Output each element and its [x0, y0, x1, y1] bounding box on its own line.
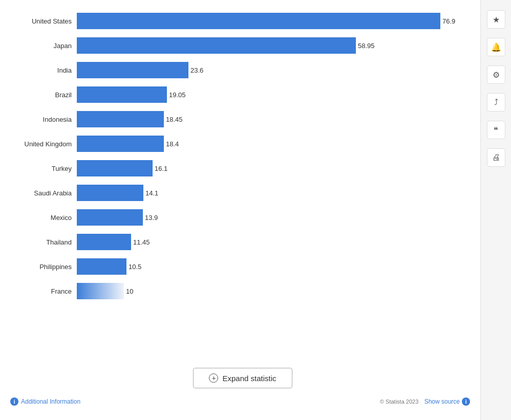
bar-wrapper: 10.5 [77, 258, 465, 275]
print-button[interactable]: 🖨 [487, 148, 505, 167]
bar-row: United Kingdom18.4 [10, 133, 465, 154]
bar-wrapper: 76.9 [77, 13, 465, 29]
source-info-icon: i [462, 397, 470, 406]
country-label: Japan [10, 42, 77, 50]
bar-row: Saudi Arabia14.1 [10, 182, 465, 204]
bar: 11.45 [77, 234, 131, 250]
bar-wrapper: 23.6 [77, 62, 465, 78]
bar: 19.05 [77, 86, 167, 103]
country-label: Mexico [10, 214, 77, 222]
bar-row: India23.6 [10, 59, 465, 81]
bar: 10.5 [77, 258, 126, 275]
footer-bar: i Additional Information © Statista 2023… [10, 393, 475, 410]
bar-value-label: 23.6 [190, 67, 203, 74]
bar-wrapper: 18.45 [77, 111, 465, 127]
bar-value-label: 19.05 [169, 91, 186, 99]
bar-row: Brazil19.05 [10, 84, 465, 105]
bar: 13.9 [77, 209, 143, 226]
bar-value-label: 58.95 [358, 42, 375, 50]
country-label: Philippines [10, 263, 77, 271]
bar-value-label: 10 [126, 288, 133, 295]
additional-info-link[interactable]: i Additional Information [10, 397, 80, 406]
bar: 23.6 [77, 62, 188, 78]
bar: 18.4 [77, 136, 164, 152]
bar-row: Turkey16.1 [10, 158, 465, 179]
gear-button[interactable]: ⚙ [487, 65, 505, 84]
country-label: Saudi Arabia [10, 189, 77, 197]
show-source-link[interactable]: Show source [424, 398, 460, 405]
bar-value-label: 18.45 [166, 116, 183, 123]
bar-wrapper: 58.95 [77, 37, 465, 54]
bar-value-label: 14.1 [145, 189, 158, 197]
bar-chart: United States76.9Japan58.95India23.6Braz… [10, 10, 475, 352]
additional-info-label: Additional Information [21, 398, 80, 405]
bar-row: Mexico13.9 [10, 207, 465, 228]
main-container: United States76.9Japan58.95India23.6Braz… [0, 0, 511, 420]
country-label: India [10, 67, 77, 74]
bar-wrapper: 19.05 [77, 86, 465, 103]
sidebar: ★ 🔔 ⚙ ⤴ ❝ 🖨 [480, 0, 511, 420]
footer-right: © Statista 2023 Show source i [380, 397, 470, 406]
country-label: United States [10, 17, 77, 25]
share-button[interactable]: ⤴ [487, 93, 505, 112]
bar-wrapper: 14.1 [77, 185, 465, 201]
bell-button[interactable]: 🔔 [487, 38, 505, 56]
bar-wrapper: 13.9 [77, 209, 465, 226]
bar-value-label: 13.9 [145, 214, 158, 222]
bar-wrapper: 16.1 [77, 160, 465, 176]
country-label: Indonesia [10, 116, 77, 123]
bar-row: Japan58.95 [10, 35, 465, 56]
expand-btn-label: Expand statistic [222, 374, 276, 383]
bar-value-label: 16.1 [155, 165, 167, 172]
bar: 14.1 [77, 185, 143, 201]
bar: 18.45 [77, 111, 164, 127]
plus-circle-icon: + [209, 373, 218, 383]
bar-wrapper: 18.4 [77, 136, 465, 152]
bar-value-label: 10.5 [129, 263, 141, 271]
star-button[interactable]: ★ [487, 10, 505, 29]
bar-value-label: 11.45 [133, 238, 150, 246]
expand-btn-container: + Expand statistic [10, 368, 475, 388]
country-label: France [10, 288, 77, 295]
bar-wrapper: 11.45 [77, 234, 465, 250]
bar-row: Indonesia18.45 [10, 108, 465, 130]
bar: 58.95 [77, 37, 356, 54]
statista-copyright: © Statista 2023 [380, 399, 418, 405]
bar-row: France10 [10, 280, 465, 302]
bar: 16.1 [77, 160, 153, 176]
country-label: Brazil [10, 91, 77, 99]
country-label: Thailand [10, 238, 77, 246]
country-label: United Kingdom [10, 140, 77, 148]
bar-wrapper: 10 [77, 283, 465, 299]
chart-area: United States76.9Japan58.95India23.6Braz… [0, 0, 480, 420]
expand-statistic-button[interactable]: + Expand statistic [193, 368, 292, 388]
quote-button[interactable]: ❝ [487, 121, 505, 139]
bar-row: United States76.9 [10, 10, 465, 32]
info-icon: i [10, 397, 18, 406]
bar: 76.9 [77, 13, 440, 29]
country-label: Turkey [10, 165, 77, 172]
bar-row: Thailand11.45 [10, 231, 465, 253]
bar-value-label: 76.9 [442, 17, 455, 25]
bar-value-label: 18.4 [166, 140, 179, 148]
bar: 10 [77, 283, 124, 299]
bar-row: Philippines10.5 [10, 256, 465, 277]
